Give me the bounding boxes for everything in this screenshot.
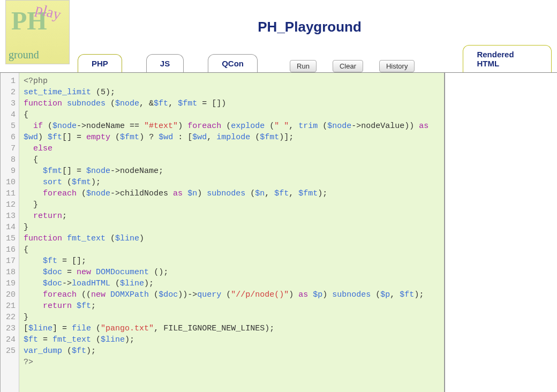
line-number: 23	[6, 323, 16, 334]
code-line: }	[24, 312, 440, 323]
code-line: if ($node->nodeName == "#text") foreach …	[24, 120, 440, 143]
rendered-output	[445, 73, 557, 392]
action-buttons: Run Clear History	[290, 60, 415, 72]
line-gutter: 1234567891011121314151617181920212223242…	[1, 73, 19, 392]
line-number: 16	[6, 244, 16, 255]
code-line: else	[24, 143, 440, 154]
code-line: sort ($fmt);	[24, 177, 440, 188]
history-button[interactable]: History	[379, 60, 415, 72]
logo-part-3: ground	[9, 49, 39, 61]
code-editor[interactable]: 1234567891011121314151617181920212223242…	[0, 73, 445, 392]
line-number: 22	[6, 312, 16, 323]
code-line: {	[24, 154, 440, 165]
run-button[interactable]: Run	[290, 60, 317, 72]
line-number: 6	[6, 132, 16, 143]
code-line: foreach ($node->childNodes as $n) subnod…	[24, 188, 440, 199]
line-number: 18	[6, 267, 16, 278]
line-number: 19	[6, 278, 16, 289]
line-number: 7	[6, 143, 16, 154]
main-area: 1234567891011121314151617181920212223242…	[0, 72, 557, 392]
line-number: 17	[6, 255, 16, 267]
code-line: $doc->loadHTML ($line);	[24, 278, 440, 289]
code-line: [$line] = file ("pango.txt", FILE_IGNORE…	[24, 323, 440, 334]
code-line: $doc = new DOMDocument ();	[24, 267, 440, 278]
clear-button[interactable]: Clear	[333, 60, 363, 72]
header: PH play ground PH_Playground PHP JS QCon…	[0, 0, 557, 72]
line-number: 2	[6, 87, 16, 98]
code-line: {	[24, 244, 440, 255]
line-number: 10	[6, 177, 16, 188]
tab-js[interactable]: JS	[146, 54, 184, 72]
code-line: return $ft;	[24, 300, 440, 312]
line-number: 1	[6, 76, 16, 87]
logo: PH play ground	[5, 0, 70, 64]
line-number: 25	[6, 345, 16, 357]
line-number: 9	[6, 165, 16, 177]
code-line: $ft = [];	[24, 255, 440, 267]
code-line: $ft = fmt_text ($line);	[24, 334, 440, 345]
line-number: 21	[6, 300, 16, 312]
code-line: function subnodes ($node, &$ft, $fmt = […	[24, 98, 440, 109]
line-number: 13	[6, 210, 16, 222]
code-line: set_time_limit (5);	[24, 87, 440, 98]
line-number: 4	[6, 109, 16, 120]
code-line: foreach ((new DOMXPath ($doc))->query ("…	[24, 289, 440, 300]
page-title: PH_Playground	[258, 19, 362, 35]
line-number: 5	[6, 120, 16, 132]
line-number: 14	[6, 222, 16, 233]
code-line: }	[24, 222, 440, 233]
code-line: function fmt_text ($line)	[24, 233, 440, 244]
line-number: 20	[6, 289, 16, 300]
line-number: 24	[6, 334, 16, 345]
line-number: 15	[6, 233, 16, 244]
code-line: ?>	[24, 357, 440, 368]
tab-rendered-html[interactable]: Rendered HTML	[463, 45, 552, 72]
code-line: return;	[24, 210, 440, 222]
tab-qcon[interactable]: QCon	[208, 54, 258, 72]
code-content[interactable]: <?phpset_time_limit (5);function subnode…	[19, 73, 444, 392]
line-number: 8	[6, 154, 16, 165]
line-number: 3	[6, 98, 16, 109]
code-line: $fmt[] = $node->nodeName;	[24, 165, 440, 177]
line-number: 12	[6, 199, 16, 210]
code-line: }	[24, 199, 440, 210]
line-number: 11	[6, 188, 16, 199]
code-line: {	[24, 109, 440, 120]
code-line: <?php	[24, 76, 440, 87]
tab-php[interactable]: PHP	[78, 54, 122, 72]
tabs-row: PHP JS QCon Run Clear History Rendered H…	[78, 45, 552, 72]
code-line: var_dump ($ft);	[24, 345, 440, 357]
